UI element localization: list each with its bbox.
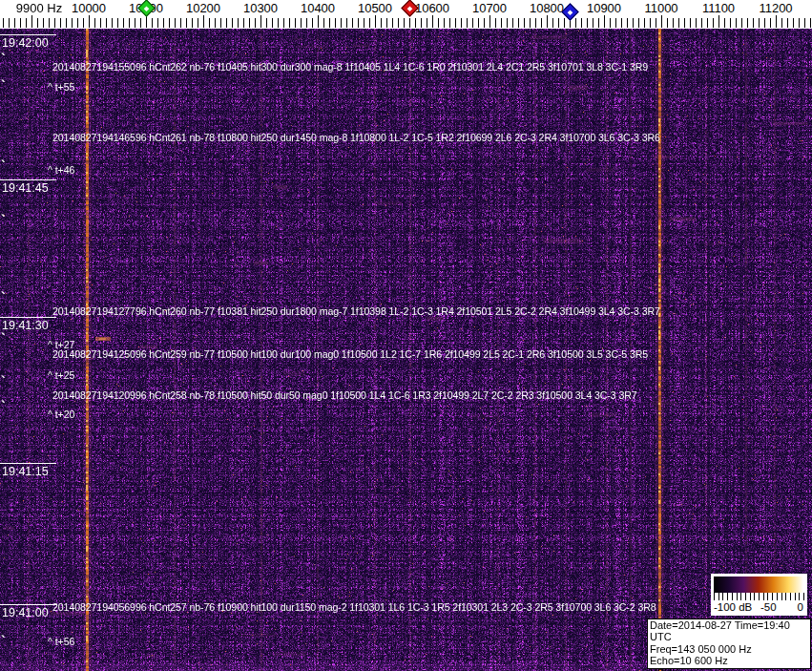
ruler-tick [198,18,198,28]
ruler-tick [610,18,611,28]
ruler-tick [135,18,135,28]
ruler-tick [346,18,347,28]
time-minor-tick: ` [1,294,6,302]
ruler-tick [718,15,719,28]
ruler-tick [9,18,10,28]
detection-time-marker: ^ t+20 [48,409,74,420]
ruler-tick [581,18,582,28]
ruler-tick [404,18,405,28]
colorbar-tick [745,593,746,600]
colorbar-max-label: 0 [798,601,803,613]
ruler-tick [381,18,382,28]
ruler-tick [770,18,771,28]
ruler-tick [318,15,319,28]
ruler-tick [283,18,284,28]
ruler-tick [547,15,548,28]
colorbar-tick [790,593,791,600]
detection-time-marker: ^ t+56 [48,636,74,647]
ruler-tick [89,15,90,28]
ruler-tick [295,18,296,28]
ruler-tick [455,18,456,28]
ruler-tick [54,18,55,28]
colorbar-tick [718,593,719,600]
ruler-tick [117,18,118,28]
ruler-tick [20,18,21,28]
marker-center-dot [144,6,150,11]
ruler-tick [804,18,805,28]
ruler-tick [587,18,588,28]
detection-time-marker: ^ t+55 [48,81,74,93]
detection-log-line: 20140827194056996 hCnt257 nb-76 f10900 h… [52,601,656,613]
info-station-line: HPHK [650,667,808,671]
ruler-tick [66,18,67,28]
ruler-tick [501,18,502,28]
ruler-freq-label: 10000 [72,1,106,15]
ruler-tick [112,18,113,28]
ruler-tick [31,15,32,28]
ruler-tick [289,18,290,28]
colorbar-min-label: -100 dB [714,601,752,613]
ruler-tick [392,18,393,28]
ruler-tick [530,18,531,28]
ruler-freq-label: 10600 [415,1,449,15]
ruler-tick [541,18,542,28]
detection-time-marker: ^ t+25 [48,369,74,381]
colorbar-tick [767,593,768,600]
ruler-tick [260,15,261,28]
ruler-freq-label: 10200 [186,1,220,15]
detection-log-line: 20140827194146596 hCnt261 nb-78 f10800 h… [52,132,660,143]
ruler-tick [633,18,634,28]
ruler-tick [43,18,44,28]
detection-log-line: 20140827194120996 hCnt258 nb-78 f10500 h… [52,389,637,401]
db-colorbar: -100 dB -50 0 [711,574,807,616]
ruler-tick [730,18,731,28]
ruler-tick [673,18,674,28]
ruler-tick [667,18,668,28]
ruler-freq-label: 9900 Hz [16,1,62,15]
ruler-tick [175,18,176,28]
info-freq-line: Freq=143 050 000 Hz [650,643,808,655]
ruler-tick [209,18,210,28]
frequency-ruler[interactable]: 9900 Hz100001010010200103001040010500106… [0,0,812,29]
detection-log-line: 20140827194125096 hCnt259 nb-77 f10500 h… [52,348,648,360]
ruler-tick [375,15,376,28]
ruler-tick [306,18,307,28]
colorbar-gradient [714,577,803,593]
ruler-tick [713,18,714,28]
ruler-tick [163,18,164,28]
ruler-tick [26,18,27,28]
ruler-tick [94,18,95,28]
ruler-tick [72,18,73,28]
ruler-tick [186,18,187,28]
ruler-tick [220,18,221,28]
ruler-tick [238,18,239,28]
colorbar-tick [803,593,804,600]
marker-center-dot [568,10,573,15]
ruler-tick [323,18,324,28]
ruler-tick [535,18,536,28]
ruler-tick [140,18,141,28]
time-axis-label: 19:41:00 [0,604,56,619]
ruler-tick [781,18,782,28]
colorbar-tick [763,593,764,600]
ruler-tick [169,18,170,28]
colorbar-tick [759,593,760,600]
ruler-freq-label: 10700 [472,1,507,15]
time-minor-tick: ` [1,217,6,224]
ruler-tick [707,18,708,28]
marker-center-dot [407,6,413,11]
ruler-tick [386,18,387,28]
spectrogram-app-window: 9900 Hz100001010010200103001040010500106… [0,0,812,671]
ruler-tick [793,18,794,28]
ruler-freq-label: 11100 [702,1,735,15]
ruler-tick [60,18,61,28]
ruler-freq-label: 10300 [243,1,278,15]
ruler-tick [810,18,811,28]
colorbar-tick [781,593,782,600]
time-minor-tick: ` [1,335,6,343]
ruler-tick [507,18,508,28]
colorbar-tick [772,593,773,600]
ruler-tick [736,18,737,28]
ruler-tick [444,18,445,28]
ruler-tick [226,18,227,28]
